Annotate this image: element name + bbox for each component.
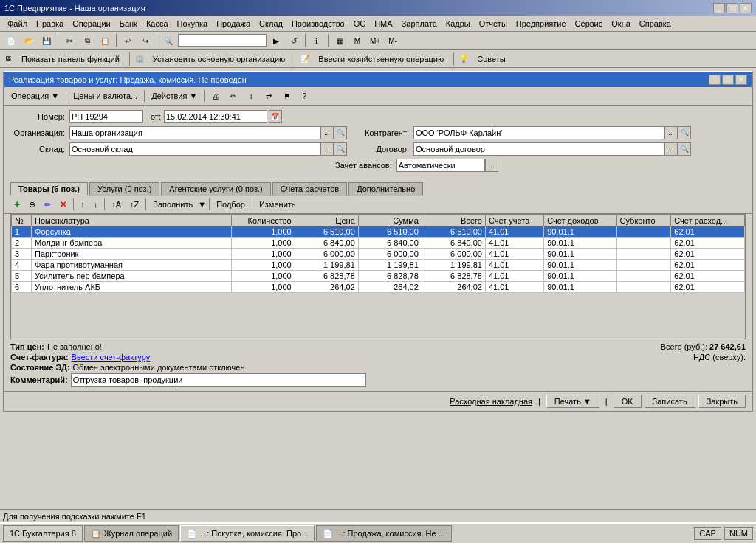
menu-enterprise[interactable]: Предприятие bbox=[512, 18, 571, 30]
doc-tb-edit-icon[interactable]: ✏ bbox=[225, 89, 241, 103]
doc-tb-operation[interactable]: Операция ▼ bbox=[7, 89, 63, 103]
ok-btn[interactable]: OK bbox=[614, 395, 642, 408]
enter-operation-btn[interactable]: Ввести хозяйственную операцию bbox=[313, 52, 449, 66]
tb-search[interactable]: 🔍 bbox=[160, 33, 176, 48]
tab-services[interactable]: Услуги (0 поз.) bbox=[89, 182, 159, 196]
contractor-open-btn[interactable]: 🔍 bbox=[678, 126, 691, 139]
doc-maximize-btn[interactable]: □ bbox=[722, 75, 734, 85]
save-btn[interactable]: Записать bbox=[645, 395, 695, 408]
tb-redo[interactable]: ↪ bbox=[137, 33, 154, 48]
doc-tb-print-icon[interactable]: 🖨 bbox=[207, 89, 224, 103]
tab-agent-services[interactable]: Агентские услуги (0 поз.) bbox=[161, 182, 270, 196]
menu-os[interactable]: ОС bbox=[349, 18, 371, 30]
doc-tb-move-icon[interactable]: ↕ bbox=[243, 89, 259, 103]
print-btn[interactable]: Печать ▼ bbox=[546, 395, 599, 408]
org-input[interactable] bbox=[69, 126, 320, 139]
tb-paste[interactable]: 📋 bbox=[97, 33, 113, 48]
tb-calc2[interactable]: M+ bbox=[367, 33, 383, 48]
menu-file[interactable]: Файл bbox=[3, 18, 32, 30]
warehouse-open-btn[interactable]: 🔍 bbox=[334, 142, 347, 156]
table-row[interactable]: 1 Форсунка 1,000 6 510,00 6 510,00 6 510… bbox=[12, 226, 745, 238]
table-row[interactable]: 4 Фара противотуманная 1,000 1 199,81 1 … bbox=[12, 260, 745, 271]
tb-calc[interactable]: M bbox=[349, 33, 365, 48]
date-input[interactable] bbox=[164, 110, 267, 123]
tab-accounts[interactable]: Счета расчетов bbox=[272, 182, 347, 196]
show-panel-btn[interactable]: Показать панель функций bbox=[16, 52, 125, 66]
table-fill-btn[interactable]: Заполнить bbox=[149, 197, 196, 212]
table-row[interactable]: 6 Уплотнитель АКБ 1,000 264,02 264,02 26… bbox=[12, 282, 745, 293]
warehouse-select-btn[interactable]: ... bbox=[320, 142, 334, 156]
doc-close-btn[interactable]: ✕ bbox=[735, 75, 747, 85]
comment-input[interactable] bbox=[71, 373, 366, 387]
tb-open[interactable]: 📂 bbox=[21, 33, 37, 48]
table-row[interactable]: 5 Усилитель пер бампера 1,000 6 828,78 6… bbox=[12, 271, 745, 282]
date-picker-btn[interactable]: 📅 bbox=[269, 110, 282, 123]
menu-cash[interactable]: Касса bbox=[142, 18, 173, 30]
tb-info[interactable]: ℹ bbox=[309, 33, 325, 48]
tb-save[interactable]: 💾 bbox=[38, 33, 55, 48]
contract-select-btn[interactable]: ... bbox=[664, 142, 678, 156]
menu-hr[interactable]: Кадры bbox=[441, 18, 475, 30]
menu-nma[interactable]: НМА bbox=[370, 18, 396, 30]
close-btn[interactable]: Закрыть bbox=[698, 395, 746, 408]
tb-grid[interactable]: ▦ bbox=[331, 33, 348, 48]
menu-purchase[interactable]: Покупка bbox=[173, 18, 213, 30]
search-input[interactable] bbox=[178, 34, 267, 47]
maximize-button[interactable]: □ bbox=[726, 3, 738, 13]
table-row[interactable]: 2 Молдинг бампера 1,000 6 840,00 6 840,0… bbox=[12, 238, 745, 249]
menu-edit[interactable]: Правка bbox=[32, 18, 68, 30]
table-pick-btn[interactable]: Подбор bbox=[213, 197, 249, 212]
menu-production[interactable]: Производство bbox=[287, 18, 349, 30]
contractor-select-btn[interactable]: ... bbox=[664, 126, 678, 139]
tb-refresh[interactable]: ↺ bbox=[286, 33, 302, 48]
menu-bank[interactable]: Банк bbox=[115, 18, 142, 30]
menu-warehouse[interactable]: Склад bbox=[255, 18, 287, 30]
contractor-input[interactable] bbox=[413, 126, 664, 139]
advance-select-btn[interactable]: ... bbox=[485, 159, 498, 172]
menu-salary[interactable]: Зарплата bbox=[397, 18, 441, 30]
tb-new[interactable]: 📄 bbox=[3, 33, 19, 48]
table-add2-btn[interactable]: ⊕ bbox=[25, 197, 39, 212]
table-up-btn[interactable]: ↑ bbox=[77, 197, 89, 212]
menu-service[interactable]: Сервис bbox=[571, 18, 608, 30]
org-open-btn[interactable]: 🔍 bbox=[334, 126, 347, 139]
contract-open-btn[interactable]: 🔍 bbox=[678, 142, 691, 156]
advance-input[interactable] bbox=[396, 159, 485, 172]
doc-tb-help-icon[interactable]: ? bbox=[296, 89, 312, 103]
org-select-btn[interactable]: ... bbox=[320, 126, 334, 139]
tb-undo[interactable]: ↩ bbox=[120, 33, 136, 48]
close-button[interactable]: ✕ bbox=[740, 3, 752, 13]
table-down-btn[interactable]: ↓ bbox=[90, 197, 102, 212]
tb-calc3[interactable]: M- bbox=[385, 33, 401, 48]
table-sort2-btn[interactable]: ↕Z bbox=[126, 197, 142, 212]
doc-tb-flag-icon[interactable]: ⚑ bbox=[278, 89, 295, 103]
tb-go[interactable]: ▶ bbox=[268, 33, 284, 48]
tips-btn[interactable]: Советы bbox=[472, 52, 510, 66]
tb-copy[interactable]: ⧉ bbox=[79, 33, 95, 48]
table-sort1-btn[interactable]: ↕A bbox=[108, 197, 125, 212]
table-add-btn[interactable]: + bbox=[10, 197, 24, 212]
menu-reports[interactable]: Отчеты bbox=[475, 18, 512, 30]
table-edit-btn[interactable]: ✏ bbox=[41, 197, 55, 212]
warehouse-input[interactable] bbox=[69, 142, 320, 156]
set-org-btn[interactable]: Установить основную организацию bbox=[148, 52, 291, 66]
doc-minimize-btn[interactable]: _ bbox=[709, 75, 721, 85]
contract-input[interactable] bbox=[413, 142, 664, 156]
table-row[interactable]: 3 Парктроник 1,000 6 000,00 6 000,00 6 0… bbox=[12, 249, 745, 260]
doc-tb-arrows-icon[interactable]: ⇄ bbox=[261, 89, 277, 103]
menu-windows[interactable]: Окна bbox=[607, 18, 635, 30]
minimize-button[interactable]: _ bbox=[713, 3, 725, 13]
expense-invoice-link[interactable]: Расходная накладная bbox=[450, 397, 532, 406]
tab-additional[interactable]: Дополнительно bbox=[348, 182, 423, 196]
menu-help[interactable]: Справка bbox=[635, 18, 676, 30]
menu-operations[interactable]: Операции bbox=[68, 18, 114, 30]
tb-cut[interactable]: ✂ bbox=[61, 33, 78, 48]
doc-tb-actions[interactable]: Действия ▼ bbox=[148, 89, 201, 103]
doc-tb-prices[interactable]: Цены и валюта... bbox=[69, 89, 141, 103]
invoice-link[interactable]: Ввести счет-фактуру bbox=[72, 353, 151, 362]
menu-sales[interactable]: Продажа bbox=[212, 18, 255, 30]
table-change-btn[interactable]: Изменить bbox=[255, 197, 300, 212]
number-input[interactable] bbox=[69, 110, 143, 123]
tab-goods[interactable]: Товары (6 поз.) bbox=[10, 182, 88, 196]
table-delete-btn[interactable]: ✕ bbox=[56, 197, 70, 212]
